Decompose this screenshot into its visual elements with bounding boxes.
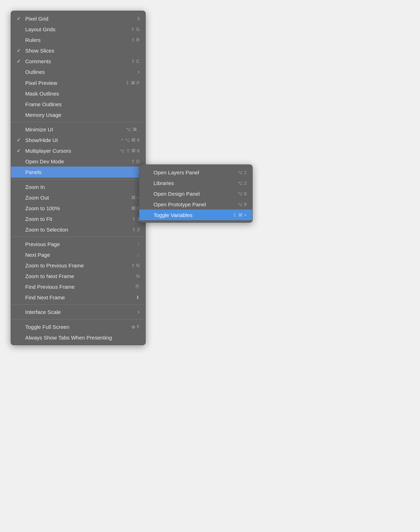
menu-item-comments[interactable]: ✓Comments⇧ C bbox=[11, 56, 145, 66]
shortcut-zoom-fit: ⇧ 1 bbox=[132, 216, 140, 222]
menu-item-show-slices[interactable]: ✓Show Slices bbox=[11, 45, 145, 56]
shortcut-open-design: ⌥ 8 bbox=[237, 191, 247, 196]
shortcut-multiplayer-cursors: ⌥ ⇧ ⌘ 6 bbox=[119, 148, 140, 153]
submenu-item-toggle-variables[interactable]: Toggle Variables⇧ ⌘ + bbox=[139, 210, 252, 220]
label-minimize-ui: Minimize UI bbox=[25, 126, 53, 132]
menu-item-pixel-preview[interactable]: Pixel Preview⇧ ⌘ P bbox=[11, 77, 145, 88]
label-pixel-grid: Pixel Grid bbox=[25, 16, 48, 22]
label-find-prev-frame: Find Previous Frame bbox=[25, 284, 75, 290]
menu-item-outlines[interactable]: Outlines› bbox=[11, 66, 145, 77]
shortcut-toggle-fullscreen: ⊕ F bbox=[131, 324, 140, 330]
label-always-show-tabs: Always Show Tabs When Presenting bbox=[25, 335, 112, 341]
shortcut-show-hide-ui: ^ ⌥ ⌘ 6 bbox=[121, 137, 140, 143]
menu-item-zoom-100[interactable]: Zoom to 100%⌘ 0 bbox=[11, 203, 145, 213]
label-zoom-in: Zoom In bbox=[25, 184, 45, 190]
shortcut-zoom-selection: ⇧ 2 bbox=[132, 227, 140, 232]
shortcut-zoom-out: ⌘ − bbox=[131, 195, 140, 200]
shortcut-open-prototype: ⌥ 9 bbox=[237, 202, 247, 207]
label-interface-scale: Interface Scale bbox=[25, 309, 61, 315]
label-open-design: Open Design Panel bbox=[154, 191, 200, 197]
shortcut-zoom-next-frame: N bbox=[136, 273, 140, 279]
shortcut-open-dev-mode: ⇧ D bbox=[131, 159, 140, 164]
shortcut-open-layers: ⌥ 1 bbox=[237, 170, 247, 175]
label-open-dev-mode: Open Dev Mode bbox=[25, 158, 64, 164]
label-zoom-next-frame: Zoom to Next Frame bbox=[25, 273, 74, 279]
checkmark-show-slices: ✓ bbox=[17, 48, 23, 53]
shortcut-layout-grids: ⇧ G bbox=[131, 27, 140, 32]
label-show-hide-ui: Show/Hide UI bbox=[25, 137, 58, 143]
menu-item-find-next-frame[interactable]: Find Next Frame⬇ bbox=[11, 292, 145, 303]
menu-item-previous-page[interactable]: Previous Page↑ bbox=[11, 239, 145, 249]
label-open-layers: Open Layers Panel bbox=[154, 169, 199, 175]
menu-item-zoom-fit[interactable]: Zoom to Fit⇧ 1 bbox=[11, 213, 145, 224]
shortcut-pixel-preview: ⇧ ⌘ P bbox=[125, 80, 140, 86]
shortcut-minimize-ui: ⌥ ⌘ . bbox=[126, 127, 140, 132]
label-frame-outlines: Frame Outlines bbox=[25, 101, 62, 107]
shortcut-rulers: ⇧ R bbox=[131, 37, 140, 43]
shortcut-toggle-variables: ⇧ ⌘ + bbox=[233, 212, 247, 218]
label-zoom-prev-frame: Zoom to Previous Frame bbox=[25, 262, 84, 268]
shortcut-pixel-grid: 3 bbox=[137, 16, 140, 21]
checkmark-pixel-grid: ✓ bbox=[17, 16, 23, 21]
shortcut-previous-page: ↑ bbox=[138, 241, 140, 247]
menu-divider bbox=[11, 237, 145, 237]
label-panels: Panels bbox=[25, 169, 42, 175]
menu-item-zoom-selection[interactable]: Zoom to Selection⇧ 2 bbox=[11, 224, 145, 235]
menu-item-frame-outlines[interactable]: Frame Outlines bbox=[11, 99, 145, 109]
menu-item-rulers[interactable]: Rulers⇧ R bbox=[11, 34, 145, 45]
label-libraries: Libraries bbox=[154, 180, 174, 186]
menu-item-zoom-in[interactable]: Zoom In bbox=[11, 181, 145, 192]
arrow-icon-outlines: › bbox=[138, 68, 140, 76]
label-open-prototype: Open Prototype Panel bbox=[154, 201, 206, 207]
label-mask-outlines: Mask Outlines bbox=[25, 91, 59, 97]
shortcut-find-prev-frame: 不 bbox=[135, 283, 140, 290]
shortcut-next-page: ↓ bbox=[138, 252, 140, 257]
menu-item-interface-scale[interactable]: Interface Scale› bbox=[11, 306, 145, 317]
menu-item-zoom-prev-frame[interactable]: Zoom to Previous Frame⇧ N bbox=[11, 260, 145, 271]
submenu-item-open-prototype[interactable]: Open Prototype Panel⌥ 9 bbox=[139, 199, 252, 210]
menu-item-panels[interactable]: Panels›Open Layers Panel⌥ 1Libraries⌥ 2O… bbox=[11, 167, 145, 178]
menu-item-always-show-tabs[interactable]: Always Show Tabs When Presenting bbox=[11, 332, 145, 343]
menu-item-memory-usage[interactable]: Memory Usage bbox=[11, 109, 145, 120]
main-dropdown-menu: ✓Pixel Grid3Layout Grids⇧ GRulers⇧ R✓Sho… bbox=[11, 11, 146, 345]
label-find-next-frame: Find Next Frame bbox=[25, 294, 65, 300]
label-toggle-variables: Toggle Variables bbox=[154, 212, 193, 218]
label-zoom-out: Zoom Out bbox=[25, 195, 49, 201]
menu-item-show-hide-ui[interactable]: ✓Show/Hide UI^ ⌥ ⌘ 6 bbox=[11, 135, 145, 145]
label-rulers: Rulers bbox=[25, 37, 41, 43]
menu-item-pixel-grid[interactable]: ✓Pixel Grid3 bbox=[11, 13, 145, 24]
menu-divider bbox=[11, 319, 145, 320]
menu-item-find-prev-frame[interactable]: Find Previous Frame不 bbox=[11, 281, 145, 292]
label-previous-page: Previous Page bbox=[25, 241, 60, 247]
arrow-icon-interface-scale: › bbox=[138, 308, 140, 316]
menu-item-zoom-next-frame[interactable]: Zoom to Next FrameN bbox=[11, 271, 145, 281]
checkmark-show-hide-ui: ✓ bbox=[17, 137, 23, 143]
menu-item-next-page[interactable]: Next Page↓ bbox=[11, 249, 145, 260]
label-zoom-selection: Zoom to Selection bbox=[25, 227, 68, 233]
menu-item-open-dev-mode[interactable]: Open Dev Mode⇧ D bbox=[11, 156, 145, 167]
submenu-item-libraries[interactable]: Libraries⌥ 2 bbox=[139, 178, 252, 188]
label-layout-grids: Layout Grids bbox=[25, 26, 55, 32]
shortcut-zoom-prev-frame: ⇧ N bbox=[131, 263, 140, 268]
label-next-page: Next Page bbox=[25, 252, 50, 258]
shortcut-zoom-100: ⌘ 0 bbox=[131, 206, 140, 211]
label-zoom-100: Zoom to 100% bbox=[25, 205, 60, 211]
label-pixel-preview: Pixel Preview bbox=[25, 80, 57, 86]
submenu-item-open-layers[interactable]: Open Layers Panel⌥ 1 bbox=[139, 167, 252, 178]
menu-item-minimize-ui[interactable]: Minimize UI⌥ ⌘ . bbox=[11, 124, 145, 135]
shortcut-libraries: ⌥ 2 bbox=[237, 180, 247, 186]
menu-item-layout-grids[interactable]: Layout Grids⇧ G bbox=[11, 24, 145, 34]
menu-item-zoom-out[interactable]: Zoom Out⌘ − bbox=[11, 192, 145, 203]
label-zoom-fit: Zoom to Fit bbox=[25, 216, 52, 222]
checkmark-multiplayer-cursors: ✓ bbox=[17, 148, 23, 153]
label-comments: Comments bbox=[25, 58, 51, 64]
label-memory-usage: Memory Usage bbox=[25, 112, 61, 118]
menu-container: ✓Pixel Grid3Layout Grids⇧ GRulers⇧ R✓Sho… bbox=[11, 11, 146, 345]
shortcut-comments: ⇧ C bbox=[131, 59, 140, 64]
menu-item-toggle-fullscreen[interactable]: Toggle Full Screen⊕ F bbox=[11, 321, 145, 332]
menu-item-multiplayer-cursors[interactable]: ✓Multiplayer Cursors⌥ ⇧ ⌘ 6 bbox=[11, 145, 145, 156]
label-multiplayer-cursors: Multiplayer Cursors bbox=[25, 148, 71, 154]
menu-item-mask-outlines[interactable]: Mask Outlines bbox=[11, 88, 145, 99]
shortcut-find-next-frame: ⬇ bbox=[136, 295, 140, 300]
submenu-item-open-design[interactable]: Open Design Panel⌥ 8 bbox=[139, 188, 252, 199]
